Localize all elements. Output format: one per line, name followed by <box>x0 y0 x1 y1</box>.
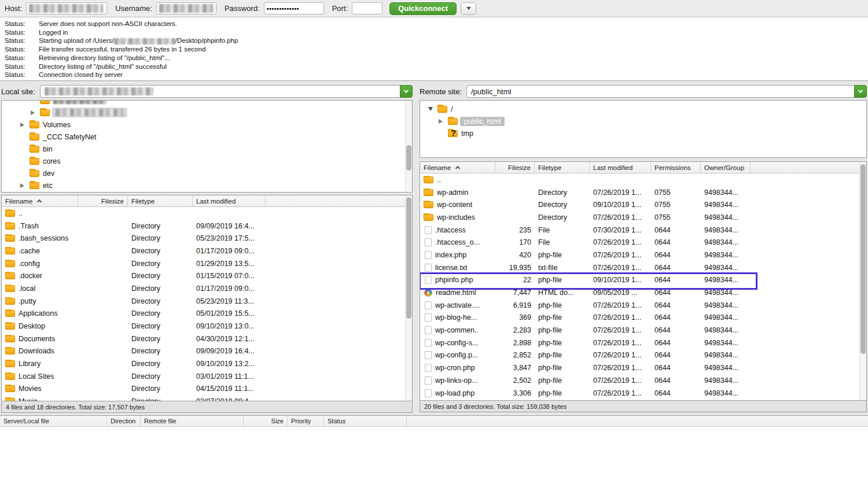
file-icon <box>425 276 432 284</box>
password-input[interactable]: ••••••••••••• <box>264 2 324 14</box>
file-row-documents[interactable]: DocumentsDirectory04/30/2019 12:1... <box>2 333 412 345</box>
file-row-wp-config-s[interactable]: wp-config-s...2,898php-file07/26/2019 1.… <box>420 337 866 349</box>
local-tree-item[interactable] <box>2 106 412 119</box>
collapsed-arrow-icon[interactable] <box>20 123 30 127</box>
local-tree-scrollbar[interactable] <box>405 101 412 192</box>
column-header-last-modified[interactable]: Last modified <box>590 162 651 173</box>
local-tree-item[interactable] <box>2 100 412 106</box>
file-row-phpinfo-php[interactable]: phpinfo.php22php-file09/10/2019 1...0644… <box>420 274 866 287</box>
file-row-htaccess[interactable]: .htaccess235File07/30/2019 1...064494983… <box>420 224 866 237</box>
column-header-server-local-file[interactable]: Server/Local file <box>0 416 107 426</box>
quickconnect-button[interactable]: Quickconnect <box>389 2 457 15</box>
local-tree-item-dev[interactable]: dev <box>2 167 412 179</box>
expanded-arrow-icon[interactable] <box>428 107 437 111</box>
collapsed-arrow-icon[interactable] <box>31 110 40 115</box>
local-list-scrollbar[interactable] <box>405 195 412 401</box>
file-row-wp-admin[interactable]: wp-adminDirectory07/26/2019 1...07559498… <box>420 186 866 199</box>
file-row-applications[interactable]: ApplicationsDirectory05/01/2019 15:5... <box>2 308 412 320</box>
column-header-filesize[interactable]: Filesize <box>495 162 535 173</box>
scrollbar-thumb[interactable] <box>406 197 411 319</box>
username-input[interactable] <box>156 2 216 14</box>
column-header-direction[interactable]: Direction <box>107 416 141 426</box>
remote-tree-item-tmp[interactable]: tmp <box>420 127 866 139</box>
column-header-status[interactable]: Status <box>324 416 407 426</box>
file-row-desktop[interactable]: DesktopDirectory09/10/2019 13:0... <box>2 320 412 333</box>
collapsed-arrow-icon[interactable] <box>439 119 448 124</box>
local-tree-item-etc[interactable]: etc <box>2 179 412 191</box>
filename-cell: wp-cron.php <box>420 364 495 372</box>
remote-tree-item-public-html[interactable]: public_html <box>420 115 866 127</box>
file-row-wp-blog-he[interactable]: wp-blog-he...369php-file07/26/2019 1...0… <box>420 312 866 324</box>
file-row-readme-html[interactable]: readme.html7,447HTML do...09/05/2019 ...… <box>420 286 866 299</box>
file-row-music[interactable]: MusicDirectory03/07/2019 08:4 <box>2 395 412 401</box>
folder-icon <box>5 298 15 305</box>
filename-text: .putty <box>19 297 36 305</box>
last-modified-cell: 07/26/2019 1... <box>590 238 651 246</box>
permissions-cell: 0644 <box>651 326 701 334</box>
column-header-label: Priority <box>291 418 311 424</box>
file-row-wp-links-op[interactable]: wp-links-op...2,502php-file07/26/2019 1.… <box>420 374 866 387</box>
scrollbar-thumb[interactable] <box>860 164 866 354</box>
file-row-wp-load-php[interactable]: wp-load.php3,306php-file07/26/2019 1...0… <box>420 387 866 400</box>
local-list-body: ...TrashDirectory09/09/2019 16:4....bash… <box>2 207 412 401</box>
scrollbar-thumb[interactable] <box>406 145 411 171</box>
column-header-last-modified[interactable]: Last modified <box>193 195 266 206</box>
file-row-index-php[interactable]: index.php420php-file07/26/2019 1...06449… <box>420 249 866 261</box>
file-row-cache[interactable]: .cacheDirectory01/17/2019 09:0... <box>2 245 412 257</box>
file-row-wp-config-p[interactable]: wp-config.p...2,852php-file07/26/2019 1.… <box>420 349 866 362</box>
column-header-remote-file[interactable]: Remote file <box>141 416 244 426</box>
file-row-config[interactable]: .configDirectory01/29/2019 13:5... <box>2 257 412 270</box>
local-tree-item-cores[interactable]: cores <box>2 155 412 167</box>
owner-group-cell: 9498344... <box>701 289 751 297</box>
status-text: Directory listing of "/public_html" succ… <box>39 62 167 71</box>
file-row-wp-commen[interactable]: wp-commen..2,283php-file07/26/2019 1...0… <box>420 324 866 337</box>
filetype-cell: Directory <box>128 234 193 242</box>
column-header-filename[interactable]: Filename <box>2 195 78 206</box>
file-row-docker[interactable]: .dockerDirectory01/15/2019 07:0... <box>2 269 412 282</box>
local-tree-item-bin[interactable]: bin <box>2 143 412 155</box>
filename-text: wp-cron.php <box>435 364 475 372</box>
host-input[interactable] <box>26 2 107 14</box>
file-row-trash[interactable]: .TrashDirectory09/09/2019 16:4... <box>2 220 412 232</box>
remote-tree-item-item[interactable]: / <box>420 103 866 115</box>
local-site-dropdown-button[interactable] <box>400 85 413 98</box>
file-row-local-sites[interactable]: Local SitesDirectory03/01/2019 11:1... <box>2 370 412 383</box>
column-header-permissions[interactable]: Permissions <box>651 162 701 173</box>
file-icon <box>425 376 432 385</box>
filename-text: Music <box>19 397 38 401</box>
collapsed-arrow-icon[interactable] <box>20 183 30 188</box>
column-header-filetype[interactable]: Filetype <box>535 162 590 173</box>
file-row-local[interactable]: .localDirectory01/17/2019 09:0... <box>2 282 412 295</box>
filename-text: .docker <box>19 272 42 280</box>
column-header-owner-group[interactable]: Owner/Group <box>701 162 751 173</box>
column-header-priority[interactable]: Priority <box>288 416 324 426</box>
filename-cell: wp-includes <box>420 213 495 221</box>
status-text-segment: Server does not support non-ASCII charac… <box>39 20 177 27</box>
column-header-filename[interactable]: Filename <box>420 162 495 173</box>
redacted-text <box>114 38 175 45</box>
column-header-filesize[interactable]: Filesize <box>78 195 128 206</box>
file-row-wp-content[interactable]: wp-contentDirectory09/10/2019 1...075594… <box>420 198 866 211</box>
file-row-wp-cron-php[interactable]: wp-cron.php3,847php-file07/26/2019 1...0… <box>420 361 866 374</box>
file-row-bash-sessions[interactable]: .bash_sessionsDirectory05/23/2019 17:5..… <box>2 232 412 245</box>
remote-site-select[interactable]: /public_html <box>466 85 867 98</box>
local-site-select[interactable] <box>40 85 413 98</box>
file-row-movies[interactable]: MoviesDirectory04/15/2019 11:1... <box>2 383 412 396</box>
file-row-wp-activate[interactable]: wp-activate....6,919php-file07/26/2019 1… <box>420 299 866 312</box>
local-tree-item-ccc-safetynet[interactable]: _CCC SafetyNet <box>2 131 412 143</box>
port-input[interactable] <box>352 2 382 14</box>
file-row-wp-includes[interactable]: wp-includesDirectory07/26/2019 1...07559… <box>420 211 866 224</box>
file-row-htaccess-o[interactable]: .htaccess_o...170File07/26/2019 1...0644… <box>420 236 866 249</box>
remote-site-dropdown-button[interactable] <box>854 85 867 98</box>
file-row-license-txt[interactable]: license.txt19,935txt-file07/26/2019 1...… <box>420 261 866 274</box>
file-row-putty[interactable]: .puttyDirectory05/23/2019 11:3... <box>2 295 412 308</box>
file-row-library[interactable]: LibraryDirectory09/10/2019 13:2... <box>2 357 412 370</box>
file-row-item[interactable]: .. <box>2 207 412 220</box>
file-row-item[interactable]: .. <box>420 173 866 186</box>
column-header-size[interactable]: Size <box>244 416 288 426</box>
column-header-filetype[interactable]: Filetype <box>128 195 193 206</box>
quickconnect-dropdown-button[interactable] <box>461 2 476 15</box>
file-row-downloads[interactable]: DownloadsDirectory09/09/2019 16:4... <box>2 345 412 358</box>
local-tree-item-volumes[interactable]: Volumes <box>2 119 412 131</box>
status-prefix: Status: <box>5 54 39 62</box>
